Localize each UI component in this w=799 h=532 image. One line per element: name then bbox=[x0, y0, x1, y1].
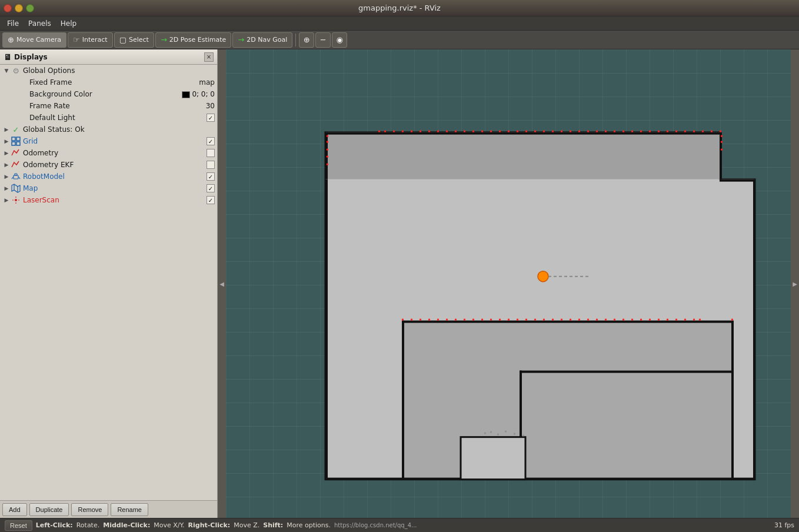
laser-scan-row[interactable]: ▶ LaserScan ✓ bbox=[0, 194, 217, 206]
crosshair-button[interactable]: ⊕ bbox=[299, 32, 314, 48]
svg-rect-59 bbox=[596, 131, 598, 132]
frame-rate-label: Frame Rate bbox=[29, 102, 204, 110]
robot-marker bbox=[538, 271, 548, 282]
svg-rect-110 bbox=[649, 319, 651, 321]
svg-rect-79 bbox=[327, 149, 328, 151]
left-panel-collapse[interactable]: ◀ bbox=[218, 49, 226, 518]
svg-line-6 bbox=[12, 177, 13, 179]
tool-select[interactable]: ▢ Select bbox=[114, 32, 154, 48]
left-panel: 🖥 Displays × ▼ ⚙ Global Options Fixed Fr… bbox=[0, 49, 218, 518]
svg-rect-54 bbox=[552, 131, 554, 132]
tool-pose-estimate[interactable]: → 2D Pose Estimate bbox=[155, 32, 231, 48]
svg-rect-80 bbox=[327, 156, 328, 158]
tool-interact[interactable]: ☞ Interact bbox=[68, 32, 113, 48]
laser-scan-checkbox[interactable]: ✓ bbox=[207, 196, 215, 204]
default-light-checkbox[interactable]: ✓ bbox=[207, 114, 215, 122]
svg-rect-113 bbox=[675, 319, 677, 321]
interact-label: Interact bbox=[82, 36, 108, 44]
viewport[interactable] bbox=[226, 49, 791, 518]
global-status-icon: ✓ bbox=[11, 124, 21, 135]
pose-estimate-icon: → bbox=[161, 35, 167, 44]
zoom-out-icon: − bbox=[320, 35, 327, 44]
svg-rect-4 bbox=[14, 175, 18, 179]
maximize-button[interactable] bbox=[26, 4, 34, 12]
window-controls bbox=[4, 4, 34, 12]
window-title: gmapping.rviz* - RViz bbox=[358, 4, 441, 12]
svg-rect-74 bbox=[721, 135, 723, 137]
svg-rect-68 bbox=[675, 131, 677, 132]
fixed-frame-row[interactable]: Fixed Frame map bbox=[0, 77, 217, 88]
svg-rect-107 bbox=[622, 319, 624, 321]
select-icon: ▢ bbox=[119, 35, 126, 44]
svg-rect-58 bbox=[587, 131, 589, 132]
svg-marker-8 bbox=[12, 184, 20, 192]
shift-action: More options. bbox=[287, 521, 331, 529]
svg-rect-101 bbox=[570, 319, 571, 321]
svg-rect-98 bbox=[543, 319, 545, 321]
odometry-row[interactable]: ▶ Odometry bbox=[0, 147, 217, 159]
odometry-checkbox[interactable] bbox=[207, 149, 215, 157]
background-color-row[interactable]: Background Color 0; 0; 0 bbox=[0, 88, 217, 100]
tool-move-camera[interactable]: ⊕ Move Camera bbox=[2, 32, 66, 48]
duplicate-button[interactable]: Duplicate bbox=[29, 503, 69, 516]
svg-rect-3 bbox=[16, 142, 20, 145]
crosshair-icon: ⊕ bbox=[304, 35, 310, 44]
global-options-row[interactable]: ▼ ⚙ Global Options bbox=[0, 65, 217, 77]
panel-close-button[interactable]: × bbox=[204, 52, 214, 62]
default-light-label: Default Light bbox=[29, 114, 204, 122]
robot-model-row[interactable]: ▶ RobotModel ✓ bbox=[0, 171, 217, 182]
default-light-row[interactable]: Default Light ✓ bbox=[0, 112, 217, 124]
right-panel-collapse[interactable]: ▶ bbox=[791, 49, 799, 518]
svg-rect-87 bbox=[446, 319, 448, 321]
svg-rect-85 bbox=[428, 319, 430, 321]
menu-help[interactable]: Help bbox=[56, 18, 81, 29]
svg-rect-100 bbox=[561, 319, 562, 321]
odometry-label: Odometry bbox=[23, 149, 204, 157]
map-svg bbox=[278, 103, 761, 503]
menu-panels[interactable]: Panels bbox=[24, 18, 56, 29]
svg-rect-38 bbox=[411, 131, 412, 132]
svg-rect-121 bbox=[497, 434, 499, 435]
tool-nav-goal[interactable]: → 2D Nav Goal bbox=[232, 32, 292, 48]
map-container bbox=[278, 103, 761, 505]
menubar: File Panels Help bbox=[0, 16, 799, 31]
global-options-label: Global Options bbox=[23, 66, 215, 75]
svg-rect-62 bbox=[622, 131, 624, 132]
svg-rect-64 bbox=[640, 131, 642, 132]
svg-rect-2 bbox=[12, 142, 15, 145]
svg-rect-29 bbox=[325, 132, 720, 135]
svg-rect-51 bbox=[525, 131, 527, 132]
grid-row[interactable]: ▶ Grid ✓ bbox=[0, 135, 217, 147]
odometry-ekf-label: Odometry EKF bbox=[23, 161, 204, 169]
reset-button[interactable]: Reset bbox=[5, 520, 32, 531]
global-options-expander: ▼ bbox=[2, 68, 11, 74]
minimize-button[interactable] bbox=[15, 4, 23, 12]
menu-file[interactable]: File bbox=[2, 18, 24, 29]
robot-model-checkbox[interactable]: ✓ bbox=[207, 172, 215, 181]
camera-view-button[interactable]: ◉ bbox=[332, 32, 347, 48]
remove-button[interactable]: Remove bbox=[71, 503, 108, 516]
rename-button[interactable]: Rename bbox=[111, 503, 148, 516]
bg-color-swatch bbox=[182, 91, 190, 98]
add-button[interactable]: Add bbox=[2, 503, 27, 516]
odometry-icon bbox=[11, 148, 21, 158]
odometry-ekf-row[interactable]: ▶ Odometry EKF bbox=[0, 159, 217, 171]
svg-rect-63 bbox=[631, 131, 633, 132]
svg-rect-106 bbox=[614, 319, 615, 321]
svg-rect-60 bbox=[605, 131, 607, 132]
odometry-ekf-icon bbox=[11, 159, 21, 170]
svg-rect-33 bbox=[461, 437, 525, 480]
svg-rect-47 bbox=[490, 131, 492, 132]
svg-rect-93 bbox=[499, 319, 501, 321]
odometry-ekf-checkbox[interactable] bbox=[207, 161, 215, 169]
svg-rect-35 bbox=[384, 131, 386, 132]
map-checkbox[interactable]: ✓ bbox=[207, 184, 215, 192]
map-row[interactable]: ▶ Map ✓ bbox=[0, 182, 217, 194]
svg-rect-69 bbox=[684, 131, 686, 132]
close-button[interactable] bbox=[4, 4, 12, 12]
svg-rect-76 bbox=[721, 149, 723, 151]
grid-checkbox[interactable]: ✓ bbox=[207, 137, 215, 145]
global-status-row[interactable]: ▶ ✓ Global Status: Ok bbox=[0, 124, 217, 135]
frame-rate-row[interactable]: Frame Rate 30 bbox=[0, 100, 217, 112]
zoom-out-button[interactable]: − bbox=[315, 32, 331, 48]
